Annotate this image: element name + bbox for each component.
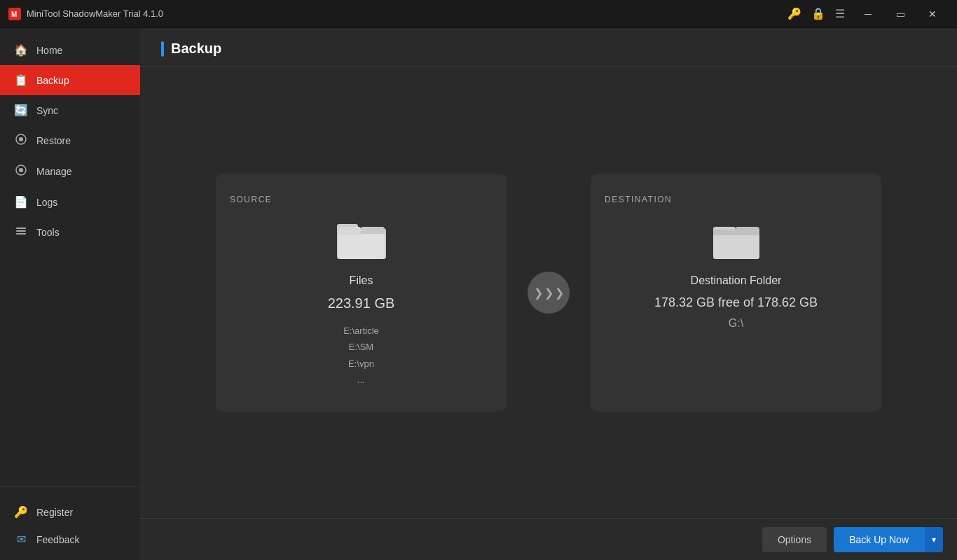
manage-icon xyxy=(14,164,28,178)
sidebar-nav: 🏠 Home 📋 Backup 🔄 Sync Restore xyxy=(0,28,140,486)
backup-area: SOURCE Files xyxy=(140,67,957,518)
sidebar-item-register[interactable]: 🔑 Register xyxy=(0,498,140,526)
svg-point-3 xyxy=(19,137,23,141)
svg-rect-6 xyxy=(16,227,26,229)
sidebar-item-backup[interactable]: 📋 Backup xyxy=(0,65,140,95)
backup-arrow-button[interactable]: ❯ ❯ ❯ xyxy=(528,272,570,314)
source-path-2: E:\SM xyxy=(343,339,379,355)
sidebar-item-label-backup: Backup xyxy=(36,75,69,86)
app-title: MiniTool ShadowMaker Trial 4.1.0 xyxy=(27,8,163,19)
close-button[interactable]: ✕ xyxy=(916,0,949,28)
sync-icon: 🔄 xyxy=(14,104,28,117)
logs-icon: 📄 xyxy=(14,195,28,209)
chevron-3: ❯ xyxy=(555,286,564,300)
app-logo: M MiniTool ShadowMaker Trial 4.1.0 xyxy=(8,8,787,20)
backup-icon: 📋 xyxy=(14,74,28,87)
source-card[interactable]: SOURCE Files xyxy=(216,174,507,412)
svg-rect-8 xyxy=(16,233,26,234)
tools-icon xyxy=(14,225,28,239)
chevron-2: ❯ xyxy=(544,286,553,300)
home-icon: 🏠 xyxy=(14,43,28,57)
svg-point-5 xyxy=(19,168,23,172)
sidebar-item-label-register: Register xyxy=(36,507,73,518)
source-title: Files xyxy=(350,274,373,287)
page-header-accent xyxy=(161,41,164,57)
svg-text:M: M xyxy=(11,10,17,18)
page-title: Backup xyxy=(171,41,221,57)
sidebar-item-logs[interactable]: 📄 Logs xyxy=(0,187,140,217)
backup-cards: SOURCE Files xyxy=(216,174,881,412)
app-logo-icon: M xyxy=(8,8,21,20)
destination-drive: G:\ xyxy=(729,317,743,330)
source-paths: E:\article E:\SM E:\vpn ... xyxy=(343,323,379,388)
source-size: 223.91 GB xyxy=(328,295,395,312)
destination-card[interactable]: DESTINATION Destination Folder 178.32 GB… xyxy=(591,174,881,412)
maximize-button[interactable]: ▭ xyxy=(884,0,916,28)
source-path-3: E:\vpn xyxy=(343,356,379,372)
feedback-icon: ✉ xyxy=(14,533,28,546)
sidebar-item-tools[interactable]: Tools xyxy=(0,217,140,248)
menu-icon[interactable]: ☰ xyxy=(835,7,845,20)
sidebar-item-label-tools: Tools xyxy=(36,227,60,238)
destination-label: DESTINATION xyxy=(605,195,672,204)
sidebar-item-restore[interactable]: Restore xyxy=(0,125,140,156)
sidebar-item-label-manage: Manage xyxy=(36,166,72,177)
sidebar-item-label-restore: Restore xyxy=(36,135,71,146)
sidebar-item-sync[interactable]: 🔄 Sync xyxy=(0,95,140,125)
source-path-ellipsis: ... xyxy=(343,372,379,388)
titlebar-action-icons: 🔑 🔒 ☰ xyxy=(787,7,845,20)
svg-rect-7 xyxy=(16,230,26,232)
lock-icon[interactable]: 🔒 xyxy=(811,7,825,20)
sidebar: 🏠 Home 📋 Backup 🔄 Sync Restore xyxy=(0,28,140,560)
arrow-chevrons: ❯ ❯ ❯ xyxy=(534,286,564,300)
sidebar-item-label-sync: Sync xyxy=(36,105,58,116)
sidebar-item-home[interactable]: 🏠 Home xyxy=(0,35,140,65)
source-folder-icon xyxy=(337,218,386,263)
main-layout: 🏠 Home 📋 Backup 🔄 Sync Restore xyxy=(0,28,957,560)
backup-now-button[interactable]: Back Up Now xyxy=(834,527,924,552)
options-button[interactable]: Options xyxy=(762,527,827,552)
titlebar: M MiniTool ShadowMaker Trial 4.1.0 🔑 🔒 ☰… xyxy=(0,0,957,28)
sidebar-item-manage[interactable]: Manage xyxy=(0,156,140,187)
content-area: Backup SOURCE xyxy=(140,28,957,560)
key-icon[interactable]: 🔑 xyxy=(787,7,801,20)
sidebar-item-feedback[interactable]: ✉ Feedback xyxy=(0,526,140,553)
destination-free: 178.32 GB free of 178.62 GB xyxy=(654,295,818,310)
chevron-1: ❯ xyxy=(534,286,543,300)
sidebar-bottom: 🔑 Register ✉ Feedback xyxy=(0,486,140,560)
sidebar-item-label-feedback: Feedback xyxy=(36,534,79,545)
register-icon: 🔑 xyxy=(14,505,28,519)
backup-now-dropdown-button[interactable]: ▾ xyxy=(924,527,943,552)
source-path-1: E:\article xyxy=(343,323,379,339)
page-header: Backup xyxy=(140,28,957,67)
destination-title: Destination Folder xyxy=(691,274,782,287)
source-label: SOURCE xyxy=(230,195,272,204)
sidebar-item-label-logs: Logs xyxy=(36,197,57,208)
window-controls: ─ ▭ ✕ xyxy=(852,0,949,28)
svg-rect-13 xyxy=(338,227,361,235)
minimize-button[interactable]: ─ xyxy=(852,0,884,28)
restore-icon xyxy=(14,134,28,148)
backup-now-group: Back Up Now ▾ xyxy=(834,527,943,552)
sidebar-item-label-home: Home xyxy=(36,45,62,56)
destination-folder-icon xyxy=(712,218,761,263)
bottom-bar: Options Back Up Now ▾ xyxy=(140,518,957,560)
